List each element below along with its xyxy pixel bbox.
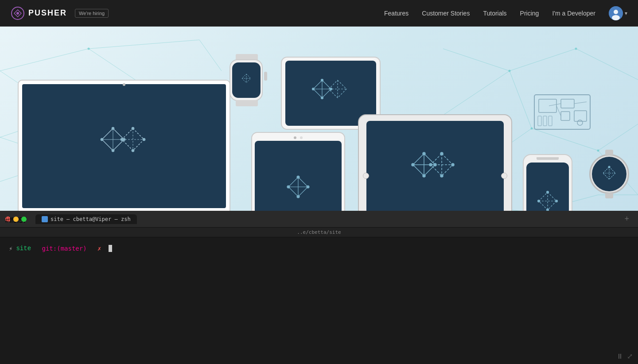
svg-line-13 bbox=[89, 40, 199, 49]
tablet-mid-logo bbox=[280, 174, 316, 209]
svg-point-61 bbox=[321, 79, 323, 81]
svg-point-29 bbox=[88, 48, 90, 50]
svg-point-34 bbox=[575, 48, 577, 50]
svg-rect-100 bbox=[543, 116, 547, 126]
pusher-icon bbox=[11, 6, 25, 20]
terminal-x-mark: ✗ bbox=[97, 245, 101, 252]
svg-point-1 bbox=[16, 12, 19, 15]
brand-logo[interactable]: PUSHER We're hiring bbox=[11, 6, 109, 20]
expand-button[interactable]: ⤢ bbox=[627, 352, 633, 360]
brand-name: PUSHER bbox=[28, 8, 67, 18]
avatar-image bbox=[609, 6, 623, 20]
svg-rect-101 bbox=[549, 116, 552, 126]
svg-point-80 bbox=[423, 174, 425, 177]
terminal-path-bar: ..e/cbetta/site bbox=[0, 228, 638, 237]
svg-point-90 bbox=[555, 200, 557, 202]
svg-line-14 bbox=[199, 40, 222, 71]
svg-rect-94 bbox=[539, 99, 556, 112]
traffic-lights: #ff5f57 bbox=[5, 217, 27, 222]
pause-button[interactable]: ⏸ bbox=[616, 352, 623, 360]
svg-point-83 bbox=[451, 163, 454, 166]
terminal-prompt-icon: ⚡ bbox=[9, 245, 12, 252]
svg-point-51 bbox=[121, 138, 123, 141]
close-button[interactable]: #ff5f57 bbox=[5, 217, 11, 222]
hero-section bbox=[0, 27, 638, 235]
svg-point-48 bbox=[132, 127, 134, 130]
svg-line-22 bbox=[443, 71, 510, 115]
nav-item-developer[interactable]: I'm a Developer bbox=[552, 10, 595, 17]
ipad-logo bbox=[406, 149, 464, 202]
user-menu[interactable]: ▾ bbox=[609, 6, 627, 20]
device-watch bbox=[226, 54, 268, 105]
tablet-mid-indicator bbox=[294, 133, 303, 141]
hiring-badge[interactable]: We're hiring bbox=[75, 9, 109, 18]
svg-point-50 bbox=[132, 149, 134, 152]
terminal-git-branch: git:(master) bbox=[42, 245, 86, 252]
svg-point-62 bbox=[330, 88, 332, 90]
svg-point-4 bbox=[612, 15, 620, 20]
terminal-content[interactable]: ⚡ site git:(master) ✗ bbox=[0, 237, 638, 364]
svg-point-3 bbox=[614, 10, 618, 14]
terminal-tab-icon bbox=[42, 216, 48, 222]
svg-point-63 bbox=[321, 97, 323, 99]
svg-point-84 bbox=[440, 174, 443, 177]
roundwatch-logo bbox=[600, 165, 618, 183]
watch-crown bbox=[264, 72, 267, 81]
svg-line-19 bbox=[532, 128, 598, 151]
maximize-button[interactable] bbox=[21, 217, 27, 222]
minimize-button[interactable] bbox=[13, 217, 19, 222]
svg-rect-96 bbox=[561, 112, 570, 120]
terminal-controls: ⏸ ⤢ bbox=[611, 349, 638, 364]
svg-point-36 bbox=[597, 150, 599, 152]
svg-line-20 bbox=[598, 124, 638, 151]
nav-item-features[interactable]: Features bbox=[384, 10, 408, 17]
avatar-caret[interactable]: ▾ bbox=[625, 10, 627, 16]
svg-point-68 bbox=[297, 176, 300, 178]
roundwatch-screen bbox=[592, 157, 626, 191]
terminal-space bbox=[90, 245, 94, 252]
terminal-tab[interactable]: site — cbetta@Viper — zsh bbox=[35, 214, 137, 224]
svg-point-35 bbox=[531, 128, 533, 130]
watch-lug-bottom bbox=[605, 193, 613, 198]
svg-point-64 bbox=[312, 88, 314, 90]
laptop-screen bbox=[18, 80, 230, 213]
terminal-path-text: ..e/cbetta/site bbox=[297, 229, 341, 235]
svg-marker-105 bbox=[603, 167, 615, 179]
svg-line-16 bbox=[510, 49, 576, 71]
device-circuit bbox=[533, 94, 591, 130]
navbar-nav: Features Customer Stories Tutorials Pric… bbox=[384, 6, 627, 20]
device-laptop bbox=[18, 80, 239, 230]
ipad-home-right bbox=[501, 173, 507, 179]
navbar: PUSHER We're hiring Features Customer St… bbox=[0, 0, 638, 27]
nav-item-tutorials[interactable]: Tutorials bbox=[483, 10, 506, 17]
laptop-display bbox=[22, 84, 226, 208]
watch-screen bbox=[232, 62, 261, 98]
nav-item-customer-stories[interactable]: Customer Stories bbox=[422, 10, 470, 17]
svg-point-108 bbox=[608, 166, 610, 168]
tablet-top-logo bbox=[311, 78, 351, 109]
svg-point-98 bbox=[577, 120, 583, 125]
svg-point-69 bbox=[307, 186, 309, 188]
terminal-prompt-line: ⚡ site git:(master) ✗ bbox=[9, 244, 629, 252]
terminal-cursor bbox=[109, 245, 112, 252]
nav-item-pricing[interactable]: Pricing bbox=[520, 10, 539, 17]
add-tab-button[interactable]: + bbox=[621, 214, 633, 224]
svg-point-47 bbox=[101, 138, 103, 141]
svg-point-49 bbox=[143, 138, 145, 141]
dot1 bbox=[294, 136, 296, 139]
terminal-cursor-container bbox=[105, 244, 112, 252]
svg-point-81 bbox=[412, 163, 414, 166]
svg-point-92 bbox=[537, 200, 540, 202]
user-avatar[interactable] bbox=[609, 6, 623, 20]
watch-body bbox=[230, 59, 263, 101]
svg-point-71 bbox=[287, 186, 290, 188]
laptop-camera bbox=[123, 83, 125, 86]
svg-line-102 bbox=[549, 104, 561, 106]
svg-point-78 bbox=[423, 152, 425, 155]
svg-line-15 bbox=[443, 49, 510, 71]
svg-line-104 bbox=[574, 102, 587, 104]
svg-point-85 bbox=[429, 163, 432, 166]
svg-rect-95 bbox=[561, 99, 574, 108]
svg-line-18 bbox=[510, 71, 532, 128]
terminal-titlebar: #ff5f57 site — cbetta@Viper — zsh + bbox=[0, 211, 638, 228]
